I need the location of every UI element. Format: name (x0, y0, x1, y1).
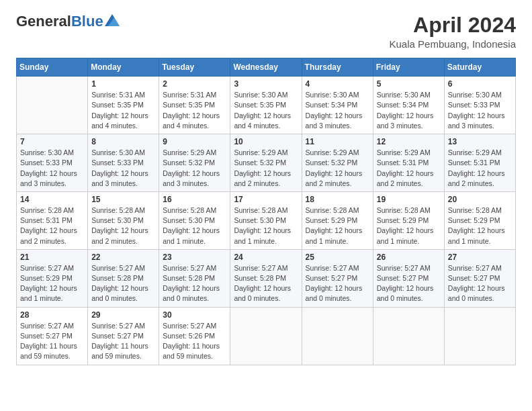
calendar-cell: 28Sunrise: 5:27 AMSunset: 5:27 PMDayligh… (17, 307, 88, 365)
calendar-cell: 26Sunrise: 5:27 AMSunset: 5:27 PMDayligh… (373, 249, 444, 307)
calendar-cell (444, 307, 515, 365)
calendar-cell: 22Sunrise: 5:27 AMSunset: 5:28 PMDayligh… (88, 249, 159, 307)
day-info: Sunrise: 5:29 AMSunset: 5:32 PMDaylight:… (234, 148, 298, 189)
calendar-cell: 15Sunrise: 5:28 AMSunset: 5:30 PMDayligh… (88, 191, 159, 249)
day-info: Sunrise: 5:27 AMSunset: 5:28 PMDaylight:… (163, 263, 226, 304)
day-info: Sunrise: 5:30 AMSunset: 5:34 PMDaylight:… (377, 90, 441, 131)
day-number: 27 (448, 253, 512, 262)
calendar-week-1: 1Sunrise: 5:31 AMSunset: 5:35 PMDaylight… (17, 77, 516, 134)
day-number: 15 (91, 195, 155, 204)
calendar-cell: 24Sunrise: 5:27 AMSunset: 5:28 PMDayligh… (230, 249, 302, 307)
calendar-cell: 25Sunrise: 5:27 AMSunset: 5:27 PMDayligh… (302, 249, 373, 307)
day-info: Sunrise: 5:28 AMSunset: 5:29 PMDaylight:… (377, 205, 441, 246)
logo-general-text: GeneralBlue (16, 13, 103, 30)
day-info: Sunrise: 5:30 AMSunset: 5:33 PMDaylight:… (91, 148, 155, 189)
day-info: Sunrise: 5:28 AMSunset: 5:29 PMDaylight:… (306, 205, 369, 246)
day-number: 24 (234, 253, 298, 262)
calendar-cell: 27Sunrise: 5:27 AMSunset: 5:27 PMDayligh… (444, 249, 515, 307)
day-number: 21 (20, 253, 84, 262)
calendar-cell: 16Sunrise: 5:28 AMSunset: 5:30 PMDayligh… (159, 191, 230, 249)
calendar-cell: 2Sunrise: 5:31 AMSunset: 5:35 PMDaylight… (159, 77, 230, 134)
day-number: 11 (306, 137, 369, 146)
day-info: Sunrise: 5:30 AMSunset: 5:33 PMDaylight:… (20, 148, 84, 189)
calendar-table: SundayMondayTuesdayWednesdayThursdayFrid… (16, 58, 516, 365)
location-title: Kuala Pembuang, Indonesia (390, 38, 516, 50)
day-info: Sunrise: 5:30 AMSunset: 5:34 PMDaylight:… (306, 90, 369, 131)
day-number: 2 (163, 79, 226, 89)
calendar-week-5: 28Sunrise: 5:27 AMSunset: 5:27 PMDayligh… (17, 307, 516, 365)
day-info: Sunrise: 5:31 AMSunset: 5:35 PMDaylight:… (163, 90, 226, 131)
calendar-cell: 19Sunrise: 5:28 AMSunset: 5:29 PMDayligh… (373, 191, 444, 249)
calendar-cell: 8Sunrise: 5:30 AMSunset: 5:33 PMDaylight… (88, 134, 159, 192)
weekday-header-tuesday: Tuesday (159, 58, 230, 77)
weekday-header-saturday: Saturday (444, 58, 515, 77)
day-info: Sunrise: 5:28 AMSunset: 5:29 PMDaylight:… (448, 205, 512, 246)
day-info: Sunrise: 5:27 AMSunset: 5:27 PMDaylight:… (377, 263, 441, 304)
calendar-cell: 9Sunrise: 5:29 AMSunset: 5:32 PMDaylight… (159, 134, 230, 192)
weekday-header-monday: Monday (88, 58, 159, 77)
day-info: Sunrise: 5:29 AMSunset: 5:32 PMDaylight:… (306, 148, 369, 189)
calendar-cell: 17Sunrise: 5:28 AMSunset: 5:30 PMDayligh… (230, 191, 302, 249)
logo-icon (105, 14, 120, 26)
day-info: Sunrise: 5:28 AMSunset: 5:30 PMDaylight:… (234, 205, 298, 246)
logo: GeneralBlue (16, 13, 120, 30)
day-info: Sunrise: 5:27 AMSunset: 5:28 PMDaylight:… (234, 263, 298, 304)
calendar-cell: 10Sunrise: 5:29 AMSunset: 5:32 PMDayligh… (230, 134, 302, 192)
calendar-cell: 3Sunrise: 5:30 AMSunset: 5:35 PMDaylight… (230, 77, 302, 134)
day-number: 12 (377, 137, 441, 146)
day-number: 18 (306, 195, 369, 204)
day-number: 13 (448, 137, 512, 146)
day-number: 23 (163, 253, 226, 262)
day-number: 30 (163, 310, 226, 320)
day-info: Sunrise: 5:29 AMSunset: 5:31 PMDaylight:… (448, 148, 512, 189)
calendar-cell (230, 307, 302, 365)
calendar-cell: 11Sunrise: 5:29 AMSunset: 5:32 PMDayligh… (302, 134, 373, 192)
day-number: 20 (448, 195, 512, 204)
month-title: April 2024 (390, 13, 516, 37)
day-number: 16 (163, 195, 226, 204)
day-info: Sunrise: 5:28 AMSunset: 5:31 PMDaylight:… (20, 205, 84, 246)
day-info: Sunrise: 5:27 AMSunset: 5:28 PMDaylight:… (91, 263, 155, 304)
day-number: 1 (91, 79, 155, 89)
calendar-cell: 4Sunrise: 5:30 AMSunset: 5:34 PMDaylight… (302, 77, 373, 134)
day-number: 5 (377, 79, 441, 89)
day-number: 26 (377, 253, 441, 262)
day-number: 14 (20, 195, 84, 204)
calendar-cell: 30Sunrise: 5:27 AMSunset: 5:26 PMDayligh… (159, 307, 230, 365)
day-info: Sunrise: 5:29 AMSunset: 5:32 PMDaylight:… (163, 148, 226, 189)
day-info: Sunrise: 5:30 AMSunset: 5:35 PMDaylight:… (234, 90, 298, 131)
calendar-week-4: 21Sunrise: 5:27 AMSunset: 5:29 PMDayligh… (17, 249, 516, 307)
day-info: Sunrise: 5:27 AMSunset: 5:27 PMDaylight:… (306, 263, 369, 304)
page-header: GeneralBlue April 2024 Kuala Pembuang, I… (16, 13, 516, 50)
day-number: 25 (306, 253, 369, 262)
day-info: Sunrise: 5:27 AMSunset: 5:29 PMDaylight:… (20, 263, 84, 304)
day-info: Sunrise: 5:31 AMSunset: 5:35 PMDaylight:… (91, 90, 155, 131)
day-info: Sunrise: 5:30 AMSunset: 5:33 PMDaylight:… (448, 90, 512, 131)
day-number: 29 (91, 310, 155, 320)
calendar-cell: 23Sunrise: 5:27 AMSunset: 5:28 PMDayligh… (159, 249, 230, 307)
day-number: 19 (377, 195, 441, 204)
calendar-cell: 29Sunrise: 5:27 AMSunset: 5:27 PMDayligh… (88, 307, 159, 365)
day-info: Sunrise: 5:27 AMSunset: 5:26 PMDaylight:… (163, 321, 226, 362)
calendar-week-3: 14Sunrise: 5:28 AMSunset: 5:31 PMDayligh… (17, 191, 516, 249)
calendar-cell: 18Sunrise: 5:28 AMSunset: 5:29 PMDayligh… (302, 191, 373, 249)
weekday-header-sunday: Sunday (17, 58, 88, 77)
calendar-week-2: 7Sunrise: 5:30 AMSunset: 5:33 PMDaylight… (17, 134, 516, 192)
day-number: 9 (163, 137, 226, 146)
calendar-cell (373, 307, 444, 365)
calendar-cell: 6Sunrise: 5:30 AMSunset: 5:33 PMDaylight… (444, 77, 515, 134)
day-number: 10 (234, 137, 298, 146)
calendar-cell: 20Sunrise: 5:28 AMSunset: 5:29 PMDayligh… (444, 191, 515, 249)
day-number: 8 (91, 137, 155, 146)
day-number: 28 (20, 310, 84, 320)
calendar-cell: 5Sunrise: 5:30 AMSunset: 5:34 PMDaylight… (373, 77, 444, 134)
calendar-cell: 14Sunrise: 5:28 AMSunset: 5:31 PMDayligh… (17, 191, 88, 249)
logo-blue: Blue (71, 13, 103, 30)
logo-general: General (16, 13, 71, 30)
calendar-cell: 1Sunrise: 5:31 AMSunset: 5:35 PMDaylight… (88, 77, 159, 134)
day-info: Sunrise: 5:29 AMSunset: 5:31 PMDaylight:… (377, 148, 441, 189)
weekday-header-friday: Friday (373, 58, 444, 77)
day-info: Sunrise: 5:28 AMSunset: 5:30 PMDaylight:… (91, 205, 155, 246)
calendar-cell: 21Sunrise: 5:27 AMSunset: 5:29 PMDayligh… (17, 249, 88, 307)
weekday-header-row: SundayMondayTuesdayWednesdayThursdayFrid… (17, 58, 516, 77)
